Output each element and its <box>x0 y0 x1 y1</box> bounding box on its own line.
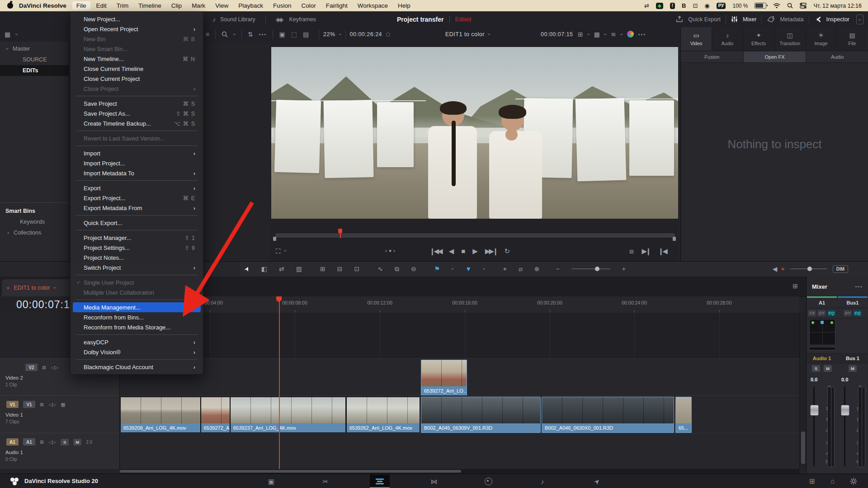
inspector-tab-effects[interactable]: ✦Effects <box>743 27 774 51</box>
match-frame-icon[interactable]: ⧈ <box>629 248 634 254</box>
sidebar-item-source[interactable]: SOURCE <box>0 54 69 65</box>
timeline-selector[interactable]: EDIT1 to color <box>445 31 485 38</box>
inspector-tab-audio[interactable]: ♪Audio <box>712 27 743 51</box>
apple-menu-icon[interactable] <box>7 3 13 9</box>
menubar-clip[interactable]: Clip <box>167 1 186 10</box>
collections-expand-chevron[interactable]: › <box>7 230 9 236</box>
thumbnail-view-icon[interactable]: ▦ <box>61 402 65 407</box>
lock-icon[interactable]: ⊠ <box>40 440 44 445</box>
next-edit-icon[interactable]: ▶❙ <box>642 248 650 254</box>
search-options-chevron[interactable]: › <box>231 33 238 35</box>
menu-item-import-metadata-to[interactable]: Import Metadata To› <box>73 168 201 178</box>
source-badge-a1[interactable]: A1 <box>6 438 19 446</box>
menu-item-easydcp[interactable]: easyDCP› <box>73 337 201 347</box>
page-cut[interactable]: ✂ <box>316 474 335 488</box>
timeline-zoom-slider[interactable] <box>571 268 610 269</box>
page-fusion[interactable]: ⋈ <box>424 474 444 488</box>
sidebar-item-collections[interactable]: › Collections <box>0 227 69 238</box>
eq-chip[interactable]: EQ <box>853 310 862 316</box>
timeline-vscrollbar[interactable] <box>799 313 807 469</box>
fader-knob[interactable] <box>841 405 849 416</box>
menu-item-export[interactable]: Export› <box>73 183 201 193</box>
chevron-down-icon[interactable]: › <box>14 33 20 35</box>
menu-item-import[interactable]: Import› <box>73 148 201 158</box>
list-view-icon[interactable]: ▤ <box>303 31 309 38</box>
zoom-in-icon[interactable]: + <box>622 266 626 272</box>
track-badge-v1[interactable]: V1 <box>23 401 35 408</box>
display-icon[interactable]: ⊡ <box>693 3 698 9</box>
track-badge-v2[interactable]: V2 <box>25 364 38 371</box>
inspector-toggle-button[interactable]: Inspector <box>826 16 849 23</box>
pan-bar[interactable] <box>809 347 835 350</box>
auto-select-icon[interactable]: ◁▷ <box>48 440 56 445</box>
video-frame[interactable] <box>271 47 678 219</box>
timeline-selector-chevron[interactable]: › <box>486 33 492 35</box>
fader-knob[interactable] <box>810 405 819 416</box>
zoom-out-icon[interactable]: − <box>556 266 560 272</box>
menu-item-new-project[interactable]: New Project... <box>73 14 201 24</box>
go-to-start-button[interactable]: ❙◀◀ <box>429 248 442 254</box>
solo-button[interactable]: S <box>61 439 69 446</box>
menubar-view[interactable]: View <box>211 1 232 10</box>
menu-item-quick-export[interactable]: Quick Export... <box>73 218 201 228</box>
menubar-clock[interactable]: Чт, 12 марта 12:16 <box>813 3 862 9</box>
sort-icon[interactable]: ⇅ <box>248 31 253 38</box>
subtab-audio[interactable]: Audio <box>806 52 868 62</box>
wifi-icon[interactable] <box>773 3 780 9</box>
inspector-tab-video[interactable]: ▭Video <box>681 27 712 51</box>
play-button[interactable]: ▶ <box>472 248 478 254</box>
menu-item-open-recent-project[interactable]: Open Recent Project› <box>73 24 201 34</box>
close-tab-icon[interactable]: × <box>6 285 10 291</box>
timeline-hscrollbar[interactable] <box>120 469 799 474</box>
menu-item-reconform-from-media-storage[interactable]: Reconform from Media Storage... <box>73 322 201 332</box>
menubar-help[interactable]: Help <box>394 1 415 10</box>
menubar-color[interactable]: Color <box>297 1 320 10</box>
inspector-tab-file[interactable]: ▤File <box>837 27 868 51</box>
menu-item-project-settings[interactable]: Project Settings...⇧ 9 <box>73 243 201 253</box>
zoom-fit-icon[interactable]: ⌖ <box>503 266 507 272</box>
subtab-openfx[interactable]: Open FX <box>744 52 807 62</box>
solo-button[interactable]: S <box>812 365 820 372</box>
multicam-icon[interactable]: ▦ <box>594 31 600 38</box>
menu-item-export-project[interactable]: Export Project...⌘ E <box>73 193 201 203</box>
menubar-fairlight[interactable]: Fairlight <box>322 1 352 10</box>
channel-label[interactable]: Audio 1 <box>807 353 837 363</box>
zoom-chevron[interactable]: › <box>337 33 344 35</box>
timeline-clip[interactable]: 6539237_Arri_LOG_4K.mov <box>230 397 346 433</box>
mixer-toggle-button[interactable]: Mixer <box>743 16 757 23</box>
zoom-custom-icon[interactable]: ⊕ <box>534 266 540 272</box>
mute-button[interactable]: M <box>73 439 81 446</box>
spotlight-search-icon[interactable] <box>787 3 793 9</box>
waveform-icon[interactable]: ≋ <box>611 31 616 38</box>
menu-item-project-notes[interactable]: Project Notes... <box>73 253 201 263</box>
timeline-clip[interactable]: B002_A046_0630X0_001.R3D <box>542 397 674 433</box>
dim-button[interactable]: DIM <box>833 265 848 273</box>
auto-select-icon[interactable]: ◁▷ <box>48 402 56 407</box>
dynamics-chip[interactable]: DY <box>844 310 852 316</box>
channel-label[interactable]: Bus 1 <box>838 353 868 363</box>
timeline-panel-toggle-icon[interactable]: ⊞ <box>793 283 798 289</box>
viewer-more-options-icon[interactable]: ••• <box>638 32 646 37</box>
filmstrip-view-icon[interactable]: ⬚ <box>291 31 297 38</box>
sidebar-item-master[interactable]: › Master <box>0 43 69 54</box>
track-badge-a1[interactable]: A1 <box>23 438 35 446</box>
menu-item-save-project[interactable]: Save Project⌘ S <box>73 99 201 108</box>
loop-button[interactable]: ↻ <box>504 248 510 254</box>
home-icon[interactable]: ⌂ <box>830 478 835 484</box>
menubar-timeline[interactable]: Timeline <box>134 1 165 10</box>
quick-export-button[interactable]: Quick Export <box>688 16 721 23</box>
single-viewer-icon[interactable]: ⊞ <box>578 31 583 38</box>
razor-tool-icon[interactable]: ▥ <box>296 266 302 272</box>
menu-item-switch-project[interactable]: Switch Project› <box>73 263 201 272</box>
tab-chevron[interactable]: › <box>52 287 58 289</box>
dynamics-chip[interactable]: DY <box>817 310 826 316</box>
crop-icon[interactable]: ⛶ <box>276 248 281 254</box>
fx-chip[interactable]: FX <box>808 310 816 316</box>
trim-edit-tool-icon[interactable]: ◧ <box>261 266 267 272</box>
inspector-tab-image[interactable]: ☀Image <box>806 27 837 51</box>
prev-edit-icon[interactable]: ❙◀ <box>658 248 666 254</box>
speaker-mute-icon[interactable]: ◀ <box>772 266 777 272</box>
menubar-workspace[interactable]: Workspace <box>354 1 392 10</box>
mute-button[interactable]: M <box>849 365 857 372</box>
crop-chevron[interactable]: › <box>282 250 288 252</box>
